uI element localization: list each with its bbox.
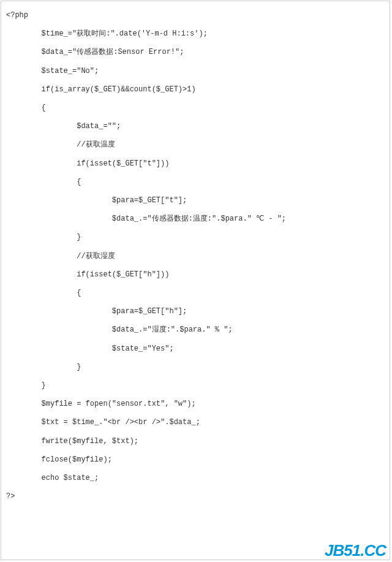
php-code: <?php $time_="获取时间:".date('Y-m-d H:i:s')…	[1, 1, 390, 511]
code-block: <?php $time_="获取时间:".date('Y-m-d H:i:s')…	[1, 1, 390, 560]
watermark-text: JB51.CC	[325, 542, 386, 558]
